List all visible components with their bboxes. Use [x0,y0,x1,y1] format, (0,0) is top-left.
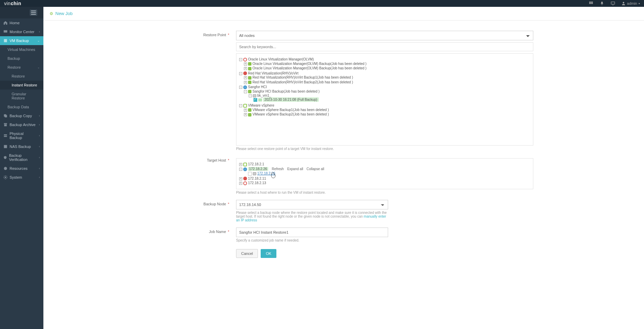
target-host-hint: Please select a host where to run the VM… [236,191,533,194]
svg-point-8 [623,2,625,4]
chevron-icon: ‹ [39,114,40,118]
chevron-icon: ‹ [39,134,40,137]
nav-backup-verification[interactable]: Backup Verification‹ [0,151,43,164]
tree-node-sangfor-snapshot[interactable]: 2023-10-30 16:21:08 (Full Backup) [254,97,530,102]
tree-node-sangfor-backup[interactable]: -Sangfor HCI Backup(Job has been deleted… [244,89,530,103]
nav-physical-backup[interactable]: Physical Backup‹ [0,129,43,142]
hamburger-icon[interactable] [30,10,37,16]
ctx-expand[interactable]: Expand all [287,167,303,171]
label-target-host: Target Host * [154,156,236,162]
chevron-icon: ‹ [39,123,40,126]
svg-rect-16 [4,136,7,137]
tree-node-vmware-b1[interactable]: +VMware vSphere Backup1(Job has been del… [244,108,530,112]
chevron-down-icon: ⌄ [37,66,40,69]
backup-icon [3,39,8,43]
chevron-icon: ‹ [39,30,40,33]
tree-node-olvm[interactable]: -Oracle Linux Virtualization Manager(OLV… [239,57,530,71]
label-job-name: Job Name * [154,228,236,234]
brand-suffix: chin [11,1,21,6]
nav-label: Resources [10,166,28,170]
host-node-2[interactable]: -172.18.2.26 Refresh Expand all Collapse… [239,167,530,176]
nav-label: VM Backup [10,39,29,43]
chevron-icon: ‹ [39,156,40,159]
backup-node-hint: Please select a backup node where the re… [236,211,388,222]
tree-node-rhv-b1[interactable]: +Red Hat Virtualization(RHV)/oVirt Backu… [244,75,530,80]
restore-point-tree: -Oracle Linux Virtualization Manager(OLV… [236,53,533,146]
tree-node-olvm-b2[interactable]: +Oracle Linux Virtualization Manager(OLV… [244,66,530,70]
ok-button[interactable]: OK [261,249,276,258]
svg-rect-4 [591,3,592,4]
row-restore-point: Restore Point * All nodes -Oracle Linux … [154,31,533,151]
host-subnode[interactable]: 172.18.2.26 [244,171,530,176]
nav-backup-data[interactable]: Backup Data [0,102,43,111]
nav-restore-sub[interactable]: Restore [0,72,43,81]
host-node-1[interactable]: +172.18.2.1 [239,162,530,167]
nav-backup-copy[interactable]: Backup Copy‹ [0,111,43,120]
host-node-3[interactable]: +172.18.2.11 [239,176,530,181]
row-target-host: Target Host * +172.18.2.1 -172.18.2.26 R… [154,156,533,194]
copy-icon [3,114,8,118]
user-menu[interactable]: admin ▾ [621,1,640,5]
tree-node-vmware-b2[interactable]: +VMware vSphere Backup2(Job has been del… [244,112,530,116]
tree-node-rhv-b2[interactable]: +Red Hat Virtualization(RHV)/oVirt Backu… [244,80,530,84]
ctx-collapse[interactable]: Collapse all [306,167,324,171]
job-name-input[interactable] [236,228,388,237]
nas-icon [3,145,8,149]
nav-backup-archive[interactable]: Backup Archive‹ [0,120,43,129]
row-backup-node: Backup Node * 172.18.14.50 Please select… [154,200,533,222]
monitor-icon [3,30,8,34]
nav-virtual-machines[interactable]: Virtual Machines [0,45,43,54]
nav-label: Restore [8,65,21,69]
label-backup-node: Backup Node * [154,200,236,206]
archive-icon [3,123,8,127]
host-node-4[interactable]: +172.18.2.13 [239,181,530,186]
svg-rect-17 [4,145,7,148]
nav-resources[interactable]: Resources‹ [0,164,43,173]
svg-rect-9 [4,30,8,33]
nav-instant-restore[interactable]: Instant Restore [0,81,43,90]
nav-label: Virtual Machines [8,47,35,52]
brand-logo: vinchin [4,1,21,6]
unchecked-icon[interactable] [248,172,252,176]
nav-monitor[interactable]: Monitor Center‹ [0,27,43,36]
home-icon [3,21,8,25]
cancel-button[interactable]: Cancel [236,249,258,258]
page-header: ⚙ New Job [43,7,644,20]
tree-node-sangfor-vm[interactable]: -bk_vm1_ 2023-10-30 16:21:08 (Full Backu… [249,93,530,102]
tree-node-olvm-b1[interactable]: +Oracle Linux Virtualization Manager(OLV… [244,61,530,66]
ctx-refresh[interactable]: Refresh [272,167,284,171]
nav-granular-restore[interactable]: Granular Restore [0,90,43,102]
search-input[interactable] [236,42,533,51]
verify-icon [3,155,7,160]
nav-home[interactable]: Home [0,18,43,27]
nav-backup[interactable]: Backup [0,54,43,63]
screen-icon[interactable] [611,1,615,6]
tree-node-sangfor[interactable]: -Sangfor HCI -Sangfor HCI Backup(Job has… [239,85,530,103]
svg-rect-15 [4,134,7,135]
nav-system[interactable]: System‹ [0,173,43,182]
brand-prefix: vin [4,1,11,6]
nav-label: Physical Backup [10,132,37,140]
chevron-icon: ‹ [39,167,40,170]
backup-node-select[interactable]: 172.18.14.50 [236,200,388,209]
nav-label: Backup Data [8,105,29,109]
content-card: ⚙ New Job Restore Point * All nodes -Ora… [43,7,644,329]
svg-rect-10 [4,39,7,42]
svg-rect-2 [592,2,593,3]
grid-icon[interactable] [589,1,593,6]
nav-vm-backup[interactable]: VM Backup⌄ [0,36,43,45]
gear-icon: ⚙ [50,11,53,16]
bell-icon[interactable] [600,1,604,6]
nav-label: Granular Restore [12,92,40,100]
tree-node-rhv[interactable]: -Red Hat Virtualization(RHV)/oVirt +Red … [239,71,530,85]
tree-node-vmware[interactable]: -VMware vSphere +VMware vSphere Backup1(… [239,103,530,117]
user-icon [621,1,626,5]
nav-restore[interactable]: Restore⌄ [0,63,43,72]
nav-label: Restore [12,74,25,78]
svg-rect-0 [589,2,590,3]
checked-icon[interactable] [254,98,257,102]
nav-label: Backup [8,56,20,60]
restore-point-select[interactable]: All nodes [236,31,533,40]
nav-nas-backup[interactable]: NAS Backup‹ [0,142,43,151]
job-name-hint: Specify a customized job name if needed. [236,238,533,242]
